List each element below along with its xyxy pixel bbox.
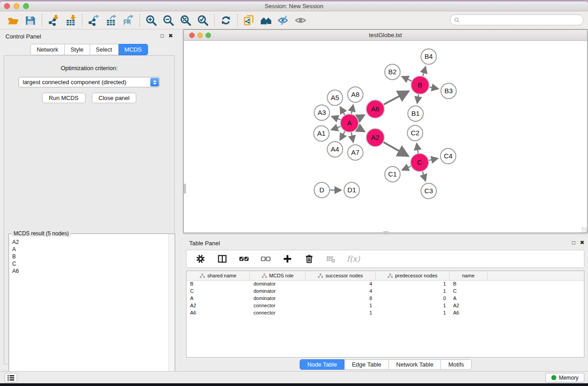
network-minimize-button[interactable] xyxy=(197,33,203,38)
tab-network-table[interactable]: Network Table xyxy=(389,359,441,370)
close-table-panel-icon[interactable]: ✖ xyxy=(580,240,584,245)
edge-A-A3[interactable] xyxy=(332,117,341,120)
node-A7[interactable]: A7 xyxy=(348,145,363,160)
show-all-button[interactable] xyxy=(292,13,309,28)
table-row[interactable]: Bdominator41B xyxy=(186,281,584,288)
zoom-in-button[interactable] xyxy=(143,13,160,28)
node-A5[interactable]: A5 xyxy=(327,90,343,105)
search-field[interactable] xyxy=(450,14,583,25)
minimize-window-button[interactable] xyxy=(14,3,19,9)
edge-C-C2[interactable] xyxy=(417,144,418,153)
node-D[interactable]: D xyxy=(314,182,330,198)
refresh-button[interactable] xyxy=(217,13,234,28)
tab-edge-table[interactable]: Edge Table xyxy=(344,359,389,370)
edge-A-A7[interactable] xyxy=(351,133,353,142)
result-list-item[interactable]: B xyxy=(12,253,168,260)
result-list-item[interactable]: A2 xyxy=(12,238,168,246)
network-window-titlebar[interactable]: testGlobe.txt xyxy=(184,30,587,41)
node-B[interactable]: B xyxy=(411,76,429,94)
node-A1[interactable]: A1 xyxy=(314,126,329,141)
select-all-button[interactable] xyxy=(238,253,250,265)
optimization-criterion-dropdown[interactable]: largest connected component (directed) xyxy=(19,77,160,87)
hide-selected-button[interactable] xyxy=(275,13,292,28)
table-row[interactable]: A6connector11A6 xyxy=(186,310,584,317)
column-header-name[interactable]: name xyxy=(449,271,488,280)
search-input[interactable] xyxy=(460,17,583,23)
import-network-button[interactable] xyxy=(45,13,62,28)
network-canvas[interactable]: B4B2BB3A8A5A6A3B1AA1C2A2A4A7C4CC1C3DD1 xyxy=(184,41,587,233)
close-panel-icon[interactable]: ✖ xyxy=(168,33,173,38)
home-button[interactable] xyxy=(258,13,275,28)
node-A8[interactable]: A8 xyxy=(348,87,363,102)
result-list-item[interactable]: A6 xyxy=(12,267,168,275)
destroy-table-button[interactable] xyxy=(325,253,337,265)
save-session-button[interactable] xyxy=(22,13,39,28)
node-B2[interactable]: B2 xyxy=(385,64,400,80)
result-scrollbar[interactable] xyxy=(168,234,175,383)
export-table-button[interactable] xyxy=(102,13,120,28)
node-C1[interactable]: C1 xyxy=(385,167,400,182)
zoom-selected-button[interactable] xyxy=(194,13,211,28)
edge-B-B3[interactable] xyxy=(430,87,438,89)
task-history-button[interactable] xyxy=(5,373,17,382)
node-A4[interactable]: A4 xyxy=(327,142,343,157)
node-C4[interactable]: C4 xyxy=(440,148,456,164)
resize-grip[interactable] xyxy=(582,227,587,233)
node-D1[interactable]: D1 xyxy=(344,182,359,198)
open-session-button[interactable] xyxy=(5,13,22,28)
result-list-item[interactable]: C xyxy=(12,260,168,267)
edge-A6-B[interactable] xyxy=(384,92,408,105)
close-window-button[interactable] xyxy=(4,3,10,9)
zoom-fit-button[interactable] xyxy=(177,13,194,28)
column-header-successor-nodes[interactable]: successor nodes xyxy=(306,271,376,280)
edge-C-C1[interactable] xyxy=(403,166,411,170)
duplicate-network-button[interactable] xyxy=(240,13,258,28)
edge-C-C4[interactable] xyxy=(429,158,438,160)
node-A[interactable]: A xyxy=(340,114,359,132)
tab-select[interactable]: Select xyxy=(90,44,119,55)
run-mcds-button[interactable]: Run MCDS xyxy=(42,93,86,103)
node-C[interactable]: C xyxy=(411,153,429,172)
network-close-button[interactable] xyxy=(189,33,195,38)
split-panel-button[interactable] xyxy=(216,253,228,265)
network-vertical-scrollbar[interactable] xyxy=(184,184,186,194)
memory-button[interactable]: Memory xyxy=(545,373,584,382)
unselect-all-button[interactable] xyxy=(260,253,272,265)
node-B1[interactable]: B1 xyxy=(408,106,423,121)
tab-motifs[interactable]: Motifs xyxy=(441,359,472,370)
edge-A-A2[interactable] xyxy=(358,128,364,131)
column-header-predecessor-nodes[interactable]: predecessor nodes xyxy=(376,271,449,280)
network-horizontal-scrollbar[interactable] xyxy=(383,231,389,234)
column-header-shared-name[interactable]: shared name xyxy=(186,271,250,280)
edge-A-A4[interactable] xyxy=(340,131,345,139)
node-A2[interactable]: A2 xyxy=(366,129,384,147)
float-table-panel-icon[interactable]: □ xyxy=(572,240,575,245)
result-list-item[interactable]: A xyxy=(12,246,168,253)
table-row[interactable]: Cdominator41C xyxy=(186,288,584,295)
delete-column-button[interactable] xyxy=(303,253,315,265)
import-table-button[interactable] xyxy=(62,13,79,28)
add-column-button[interactable] xyxy=(282,253,293,265)
table-row[interactable]: Adominator80A xyxy=(186,295,584,302)
edge-B-B1[interactable] xyxy=(417,95,419,103)
edge-B-B4[interactable] xyxy=(423,67,425,76)
node-C3[interactable]: C3 xyxy=(421,183,436,199)
zoom-window-button[interactable] xyxy=(23,3,29,9)
tab-network[interactable]: Network xyxy=(30,44,65,55)
edge-A2-C[interactable] xyxy=(383,142,407,156)
edge-A-A6[interactable] xyxy=(358,115,364,119)
mcds-result-list[interactable]: A2ABCA6 xyxy=(10,236,168,383)
tab-mcds[interactable]: MCDS xyxy=(119,44,148,55)
zoom-out-button[interactable] xyxy=(160,13,177,28)
edge-A-A8[interactable] xyxy=(351,105,353,114)
tab-style[interactable]: Style xyxy=(65,44,90,55)
edge-A-A1[interactable] xyxy=(332,126,340,129)
node-A3[interactable]: A3 xyxy=(314,105,330,120)
network-zoom-button[interactable] xyxy=(206,33,211,38)
gear-button[interactable] xyxy=(195,253,206,265)
edge-C-C3[interactable] xyxy=(422,172,425,181)
float-panel-icon[interactable]: □ xyxy=(161,33,164,38)
edge-B-B2[interactable] xyxy=(402,77,411,81)
tab-node-table[interactable]: Node Table xyxy=(300,359,345,370)
export-network-button[interactable] xyxy=(85,13,102,28)
